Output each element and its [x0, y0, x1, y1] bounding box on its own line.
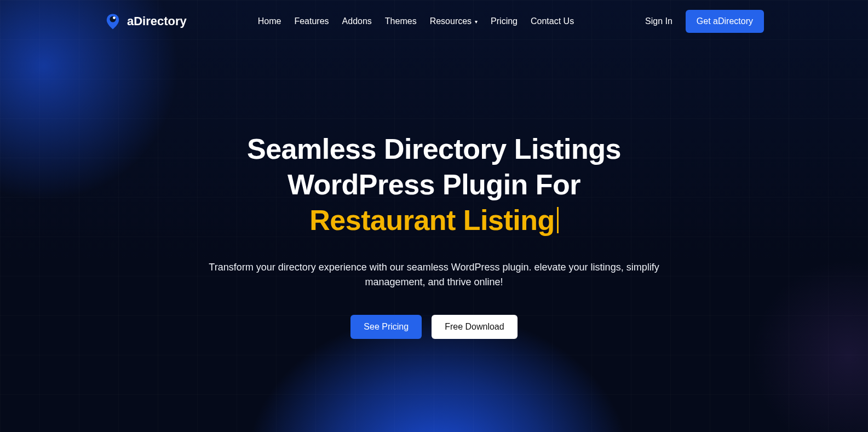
nav-label: Addons [342, 16, 372, 26]
svg-point-1 [113, 16, 116, 19]
hero-title-accent: Restaurant Listing [309, 204, 555, 236]
hero-title: Seamless Directory Listings WordPress Pl… [182, 131, 686, 238]
nav-themes[interactable]: Themes [385, 16, 417, 26]
logo[interactable]: aDirectory [104, 13, 187, 30]
nav-right: Sign In Get aDirectory [645, 10, 764, 33]
chevron-down-icon: ▾ [475, 19, 478, 25]
hero-subtitle: Transform your directory experience with… [182, 260, 686, 290]
logo-text: aDirectory [127, 14, 187, 28]
free-download-button[interactable]: Free Download [432, 315, 518, 339]
sign-in-link[interactable]: Sign In [645, 16, 672, 26]
top-nav: aDirectory Home Features Addons Themes R… [0, 0, 868, 33]
hero-title-line2: WordPress Plugin For [288, 169, 580, 200]
nav-label: Contact Us [531, 16, 574, 26]
nav-pricing[interactable]: Pricing [491, 16, 518, 26]
nav-label: Resources [430, 16, 472, 26]
nav-addons[interactable]: Addons [342, 16, 372, 26]
nav-features[interactable]: Features [294, 16, 329, 26]
nav-contact[interactable]: Contact Us [531, 16, 574, 26]
nav-resources[interactable]: Resources ▾ [430, 16, 478, 26]
page-container: aDirectory Home Features Addons Themes R… [0, 0, 868, 432]
logo-pin-icon [104, 13, 122, 30]
cursor-icon [557, 207, 559, 233]
nav-label: Features [294, 16, 329, 26]
hero-actions: See Pricing Free Download [182, 315, 686, 339]
get-adirectory-button[interactable]: Get aDirectory [686, 10, 764, 33]
nav-links: Home Features Addons Themes Resources ▾ … [258, 16, 574, 26]
nav-label: Home [258, 16, 281, 26]
see-pricing-button[interactable]: See Pricing [350, 315, 422, 339]
hero-section: Seamless Directory Listings WordPress Pl… [182, 33, 686, 339]
nav-home[interactable]: Home [258, 16, 281, 26]
nav-label: Pricing [491, 16, 518, 26]
nav-label: Themes [385, 16, 417, 26]
hero-title-line1: Seamless Directory Listings [247, 133, 621, 165]
